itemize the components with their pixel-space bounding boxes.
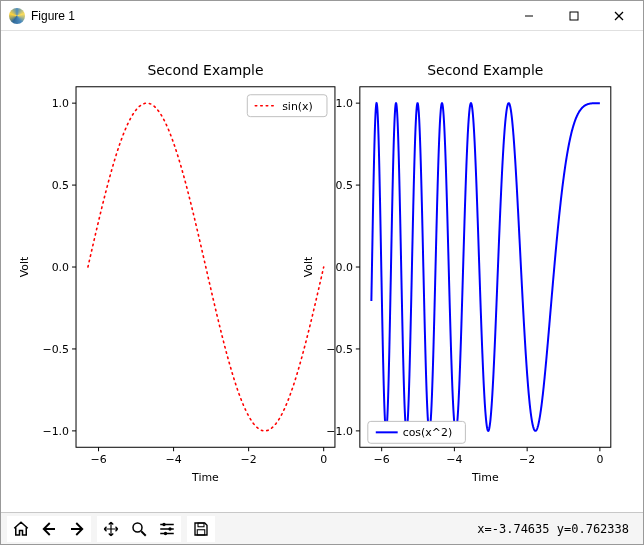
svg-text:Second Example: Second Example [147, 62, 263, 78]
back-button[interactable] [35, 516, 63, 542]
svg-point-58 [164, 531, 167, 534]
svg-text:0.5: 0.5 [52, 179, 69, 192]
configure-subplots-button[interactable] [153, 516, 181, 542]
svg-text:−1.0: −1.0 [326, 425, 353, 438]
svg-point-57 [168, 527, 171, 530]
svg-text:−0.5: −0.5 [42, 343, 69, 356]
svg-text:Second Example: Second Example [427, 62, 543, 78]
forward-button[interactable] [63, 516, 91, 542]
maximize-button[interactable] [551, 1, 596, 31]
svg-text:Time: Time [191, 471, 219, 484]
svg-text:−2: −2 [519, 453, 535, 466]
close-button[interactable] [596, 1, 641, 31]
svg-text:−6: −6 [90, 453, 106, 466]
svg-text:cos(x^2): cos(x^2) [403, 426, 453, 439]
svg-point-54 [133, 523, 142, 532]
pan-button[interactable] [97, 516, 125, 542]
save-button[interactable] [187, 516, 215, 542]
svg-text:−4: −4 [446, 453, 462, 466]
svg-text:0: 0 [320, 453, 327, 466]
svg-text:−4: −4 [166, 453, 182, 466]
svg-text:0: 0 [596, 453, 603, 466]
home-button[interactable] [7, 516, 35, 542]
matplotlib-icon [9, 8, 25, 24]
figure-canvas[interactable]: −6−4−20−1.0−0.50.00.51.0TimeVoltSecond E… [1, 31, 643, 512]
window-title: Figure 1 [31, 9, 75, 23]
svg-text:0.0: 0.0 [335, 261, 352, 274]
svg-text:−1.0: −1.0 [42, 425, 69, 438]
minimize-button[interactable] [506, 1, 551, 31]
svg-text:Time: Time [471, 471, 499, 484]
svg-text:−0.5: −0.5 [326, 343, 353, 356]
svg-text:1.0: 1.0 [52, 97, 69, 110]
svg-text:0.0: 0.0 [52, 261, 69, 274]
toolbar: x=-3.74635 y=0.762338 [1, 512, 643, 544]
svg-text:sin(x): sin(x) [282, 100, 313, 113]
svg-line-55 [141, 531, 146, 536]
svg-text:Volt: Volt [302, 256, 315, 277]
svg-text:0.5: 0.5 [335, 179, 352, 192]
plot-svg: −6−4−20−1.0−0.50.00.51.0TimeVoltSecond E… [1, 31, 643, 512]
svg-text:−6: −6 [374, 453, 390, 466]
svg-text:Volt: Volt [18, 256, 31, 277]
svg-rect-60 [197, 529, 205, 534]
svg-text:−2: −2 [241, 453, 257, 466]
cursor-coordinates: x=-3.74635 y=0.762338 [477, 522, 637, 536]
svg-point-56 [162, 522, 165, 525]
titlebar: Figure 1 [1, 1, 643, 31]
svg-text:1.0: 1.0 [335, 97, 352, 110]
svg-rect-1 [570, 12, 578, 20]
zoom-button[interactable] [125, 516, 153, 542]
